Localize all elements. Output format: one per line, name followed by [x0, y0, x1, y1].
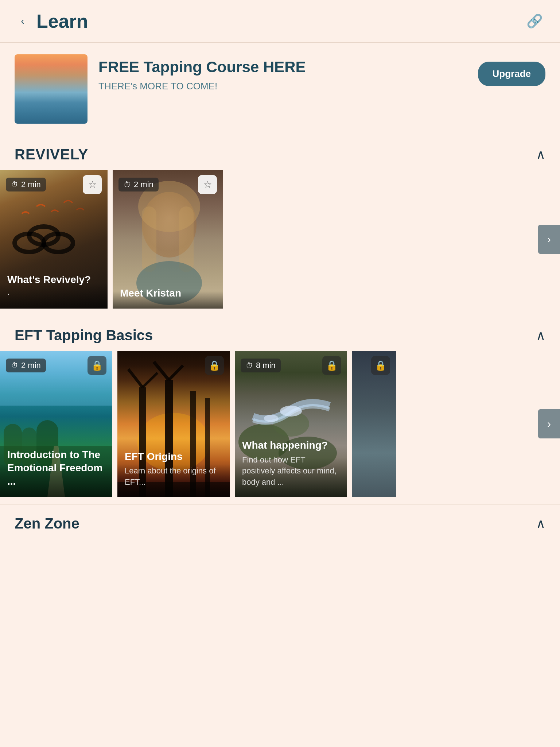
header-left: ‹ Learn: [15, 10, 88, 32]
clock-icon-2: ⏱: [124, 181, 131, 189]
card-desc-happening: Find out how EFT positively affects our …: [242, 454, 340, 488]
revively-title: REVIVELY: [15, 146, 88, 163]
hero-banner: FREE Tapping Course HERE THERE's MORE TO…: [0, 43, 560, 135]
card-title-kristan: Meet Kristan: [120, 287, 215, 300]
svg-rect-5: [142, 206, 156, 272]
card-whats-revively[interactable]: ⏱ 2 min ☆ What's Revively? ·: [0, 170, 108, 309]
lock-icon-4: 🔒: [375, 360, 386, 371]
duration-text-2: 2 min: [134, 180, 153, 189]
eft-next-arrow[interactable]: ›: [538, 409, 560, 438]
eft-chevron-icon: ∧: [536, 328, 545, 343]
section-eft: EFT Tapping Basics ∧ ⏱: [0, 316, 560, 504]
clock-icon: ⏱: [11, 181, 18, 189]
card-what-happening[interactable]: ⏱ 8 min 🔒 What happening? Find out how E…: [235, 351, 347, 497]
svg-point-28: [264, 415, 279, 422]
card-top-bar-hidden4: 🔒: [352, 351, 396, 380]
card-top-bar-intro: ⏱ 2 min 🔒: [0, 351, 112, 380]
lock-badge-4: 🔒: [371, 356, 390, 375]
svg-point-27: [280, 406, 302, 417]
duration-badge-intro: ⏱ 2 min: [6, 359, 46, 372]
eft-next-arrow-icon: ›: [547, 418, 551, 430]
card-introduction[interactable]: ⏱ 2 min 🔒 Introduction to The Emotional …: [0, 351, 112, 497]
clock-icon-4: ⏱: [246, 361, 253, 370]
lock-badge-3: 🔒: [322, 356, 341, 375]
page-title: Learn: [36, 10, 88, 32]
next-arrow-icon: ›: [547, 233, 551, 245]
duration-badge-kristan: ⏱ 2 min: [118, 178, 159, 191]
hero-right: Upgrade: [478, 54, 545, 86]
zen-section-header[interactable]: Zen Zone ∧: [0, 504, 560, 539]
hero-content: FREE Tapping Course HERE THERE's MORE TO…: [98, 54, 467, 92]
share-icon: 🔗: [526, 13, 543, 29]
eft-cards: ⏱ 2 min 🔒 Introduction to The Emotional …: [0, 351, 560, 497]
star-button[interactable]: ☆: [83, 175, 102, 194]
header: ‹ Learn 🔗: [0, 0, 560, 43]
card-overlay-happening: What happening? Find out how EFT positiv…: [235, 431, 347, 497]
card-title-happening: What happening?: [242, 439, 340, 452]
back-icon: ‹: [21, 15, 24, 27]
lock-icon-3: 🔒: [326, 360, 338, 371]
card-meet-kristan[interactable]: ⏱ 2 min ☆ Meet Kristan: [113, 170, 223, 309]
eft-section-header[interactable]: EFT Tapping Basics ∧: [0, 316, 560, 351]
card-desc: ·: [7, 289, 100, 300]
clock-icon-3: ⏱: [11, 361, 18, 370]
lock-icon-1: 🔒: [91, 360, 103, 371]
card-title-origins: EFT Origins: [125, 450, 222, 463]
card-top-bar-kristan: ⏱ 2 min ☆: [113, 170, 223, 199]
eft-title: EFT Tapping Basics: [15, 327, 153, 344]
card-title-intro: Introduction to The Emotional Freedom ..…: [7, 448, 105, 488]
duration-badge: ⏱ 2 min: [6, 178, 46, 191]
lock-icon-2: 🔒: [209, 360, 220, 371]
revively-section-header[interactable]: REVIVELY ∧: [0, 135, 560, 170]
revively-chevron-icon: ∧: [536, 147, 545, 162]
hero-title: FREE Tapping Course HERE: [98, 58, 467, 76]
card-overlay-kristan: Meet Kristan: [113, 279, 223, 309]
section-revively: REVIVELY ∧: [0, 135, 560, 316]
card-overlay-origins: EFT Origins Learn about the origins of E…: [117, 443, 230, 497]
hero-image: [15, 54, 88, 124]
upgrade-button[interactable]: Upgrade: [478, 62, 545, 86]
card-desc-origins: Learn about the origins of EFT...: [125, 465, 222, 488]
hero-image-water: [15, 54, 88, 124]
card-top-bar-origins: 🔒: [117, 351, 230, 380]
lock-badge-1: 🔒: [88, 356, 106, 375]
card-top-bar-happening: ⏱ 8 min 🔒: [235, 351, 347, 380]
zen-chevron-icon: ∧: [536, 516, 545, 531]
star-icon: ☆: [88, 179, 97, 190]
card-hidden-4[interactable]: 🔒: [352, 351, 396, 497]
lock-badge-2: 🔒: [205, 356, 224, 375]
card-eft-origins[interactable]: 🔒 EFT Origins Learn about the origins of…: [117, 351, 230, 497]
duration-text: 2 min: [21, 180, 41, 189]
share-button[interactable]: 🔗: [524, 10, 545, 32]
star-button-2[interactable]: ☆: [198, 175, 217, 194]
back-button[interactable]: ‹: [15, 13, 31, 29]
card-overlay: What's Revively? ·: [0, 266, 108, 309]
revively-next-arrow[interactable]: ›: [538, 225, 560, 254]
svg-rect-6: [179, 206, 194, 272]
hero-subtitle: THERE's MORE TO COME!: [98, 81, 467, 92]
duration-text-3: 2 min: [21, 361, 41, 370]
revively-cards: ⏱ 2 min ☆ What's Revively? ·: [0, 170, 560, 309]
card-overlay-intro: Introduction to The Emotional Freedom ..…: [0, 441, 112, 497]
zen-title: Zen Zone: [15, 515, 79, 532]
duration-text-4: 8 min: [256, 361, 276, 370]
duration-badge-happening: ⏱ 8 min: [241, 359, 281, 372]
card-top-bar: ⏱ 2 min ☆: [0, 170, 108, 199]
star-icon-2: ☆: [203, 179, 212, 190]
card-title: What's Revively?: [7, 273, 100, 286]
section-zen: Zen Zone ∧: [0, 504, 560, 554]
